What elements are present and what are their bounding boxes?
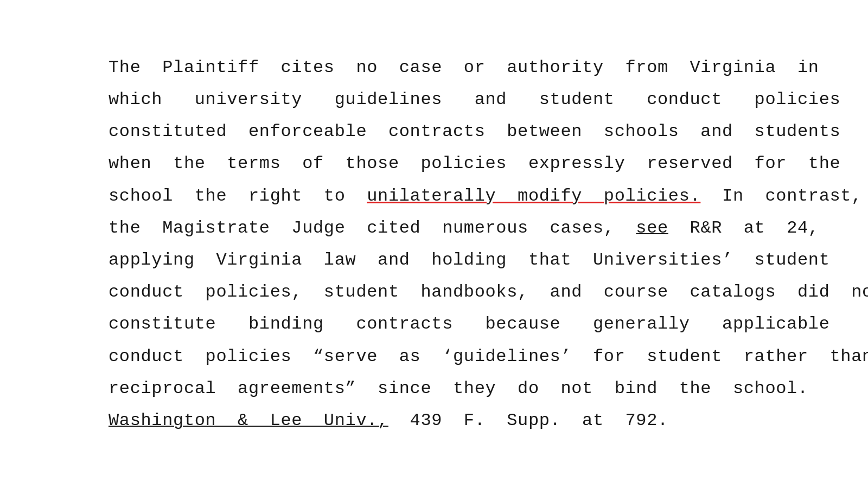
line-9: constitute binding contracts because gen…: [108, 308, 760, 340]
line-10: conduct policies “serve as ‘guidelines’ …: [108, 341, 760, 373]
line-3-text: constituted enforceable contracts betwee…: [108, 121, 840, 142]
line-2: which university guidelines and student …: [108, 84, 760, 115]
line-2-text: which university guidelines and student …: [108, 89, 840, 110]
line-6: the Magistrate Judge cited numerous case…: [108, 212, 760, 244]
line-12-citation: Washington & Lee Univ.,: [108, 410, 388, 431]
line-7-text: applying Virginia law and holding that U…: [108, 250, 830, 270]
line-4: when the terms of those policies express…: [108, 147, 760, 179]
line-11: reciprocal agreements” since they do not…: [108, 373, 760, 404]
line-1: The Plaintiff cites no case or authority…: [108, 52, 760, 84]
line-3: constituted enforceable contracts betwee…: [108, 115, 760, 147]
line-11-text: reciprocal agreements” since they do not…: [108, 378, 808, 399]
line-5-post: In contrast,: [700, 186, 862, 206]
line-4-text: when the terms of those policies express…: [108, 153, 840, 174]
line-6-post: R&R at 24,: [668, 218, 819, 238]
document-container: The Plaintiff cites no case or authority…: [65, 19, 803, 469]
line-5: school the right to unilaterally modify …: [108, 180, 760, 212]
line-5-underlined-red: unilaterally modify policies.: [367, 186, 700, 206]
line-12-post: 439 F. Supp. at 792.: [388, 410, 668, 431]
line-6-see: see: [636, 218, 668, 238]
line-7: applying Virginia law and holding that U…: [108, 244, 760, 276]
line-8: conduct policies, student handbooks, and…: [108, 276, 760, 308]
line-8-text: conduct policies, student handbooks, and…: [108, 282, 868, 302]
line-1-text: The Plaintiff cites no case or authority…: [108, 57, 819, 78]
line-5-pre: school the right to: [108, 186, 367, 206]
line-6-pre: the Magistrate Judge cited numerous case…: [108, 218, 636, 238]
line-9-text: constitute binding contracts because gen…: [108, 314, 830, 334]
paragraph-text: The Plaintiff cites no case or authority…: [108, 52, 760, 436]
line-10-text: conduct policies “serve as ‘guidelines’ …: [108, 346, 868, 367]
line-12: Washington & Lee Univ., 439 F. Supp. at …: [108, 404, 760, 436]
